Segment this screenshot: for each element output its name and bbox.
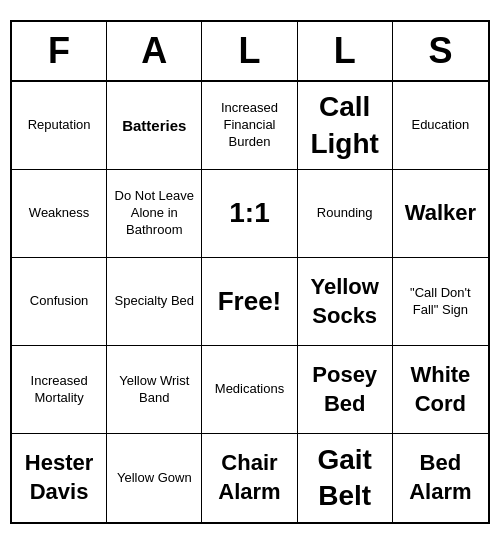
bingo-header: FALLS [12, 22, 488, 82]
bingo-cell-9: Walker [393, 170, 488, 258]
bingo-cell-3: Call Light [298, 82, 393, 170]
bingo-cell-1: Batteries [107, 82, 202, 170]
bingo-cell-20: Hester Davis [12, 434, 107, 522]
bingo-cell-6: Do Not Leave Alone in Bathroom [107, 170, 202, 258]
bingo-cell-18: Posey Bed [298, 346, 393, 434]
bingo-cell-0: Reputation [12, 82, 107, 170]
header-letter-l: L [298, 22, 393, 80]
bingo-cell-23: Gait Belt [298, 434, 393, 522]
bingo-cell-10: Confusion [12, 258, 107, 346]
bingo-cell-7: 1:1 [202, 170, 297, 258]
bingo-cell-8: Rounding [298, 170, 393, 258]
bingo-cell-17: Medications [202, 346, 297, 434]
bingo-cell-11: Specialty Bed [107, 258, 202, 346]
bingo-cell-13: Yellow Socks [298, 258, 393, 346]
bingo-grid: ReputationBatteriesIncreased Financial B… [12, 82, 488, 522]
bingo-cell-4: Education [393, 82, 488, 170]
bingo-cell-2: Increased Financial Burden [202, 82, 297, 170]
header-letter-l: L [202, 22, 297, 80]
header-letter-a: A [107, 22, 202, 80]
bingo-cell-14: "Call Don't Fall" Sign [393, 258, 488, 346]
bingo-cell-21: Yellow Gown [107, 434, 202, 522]
header-letter-f: F [12, 22, 107, 80]
bingo-cell-19: White Cord [393, 346, 488, 434]
bingo-cell-16: Yellow Wrist Band [107, 346, 202, 434]
header-letter-s: S [393, 22, 488, 80]
bingo-cell-24: Bed Alarm [393, 434, 488, 522]
bingo-cell-15: Increased Mortality [12, 346, 107, 434]
bingo-cell-22: Chair Alarm [202, 434, 297, 522]
bingo-cell-5: Weakness [12, 170, 107, 258]
bingo-card: FALLS ReputationBatteriesIncreased Finan… [10, 20, 490, 524]
bingo-cell-12: Free! [202, 258, 297, 346]
